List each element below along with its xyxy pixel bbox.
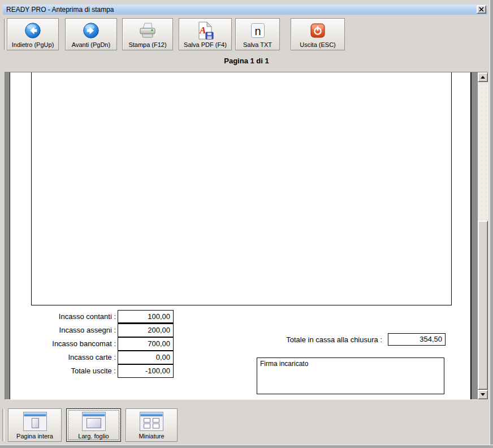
full-page-button-label: Pagina intera bbox=[16, 433, 53, 440]
print-button[interactable]: Stampa (F12) bbox=[122, 18, 173, 50]
triangle-down-icon bbox=[481, 393, 485, 396]
power-icon bbox=[310, 20, 326, 41]
back-button[interactable]: Indietro (PgUp) bbox=[7, 18, 59, 50]
toolbar-gripper bbox=[4, 19, 6, 50]
vertical-scrollbar bbox=[478, 72, 488, 399]
forward-button-label: Avanti (PgDn) bbox=[72, 41, 110, 48]
save-txt-button-label: Salva TXT bbox=[243, 41, 272, 48]
window-full-page-icon bbox=[23, 410, 47, 433]
field-label: Incasso carte : bbox=[10, 353, 116, 361]
close-button[interactable] bbox=[477, 5, 486, 14]
titlebar: READY PRO - Anteprima di stampa bbox=[3, 5, 487, 15]
window-frame-right bbox=[490, 0, 493, 448]
field-value: 700,00 bbox=[118, 337, 174, 351]
svg-text:A: A bbox=[199, 25, 206, 36]
close-icon bbox=[479, 5, 484, 14]
thumbnails-button[interactable]: Miniature bbox=[126, 408, 178, 442]
preview-viewport: Incasso contanti : 100,00 Incasso assegn… bbox=[5, 72, 488, 400]
notepad-icon: n bbox=[249, 20, 266, 41]
svg-text:n: n bbox=[254, 25, 261, 37]
closing-total-value: 354,50 bbox=[388, 333, 446, 346]
field-value: 0,00 bbox=[118, 351, 174, 364]
field-value: -100,00 bbox=[118, 364, 174, 378]
closing-total-label: Totale in cassa alla chiusura : bbox=[225, 335, 382, 344]
full-page-button[interactable]: Pagina intera bbox=[8, 408, 62, 442]
window-frame-bottom bbox=[0, 445, 493, 448]
back-button-label: Indietro (PgUp) bbox=[12, 41, 54, 48]
scroll-up-button[interactable] bbox=[478, 72, 488, 82]
print-button-label: Stampa (F12) bbox=[128, 41, 166, 48]
printer-icon bbox=[137, 20, 158, 41]
triangle-up-icon bbox=[481, 76, 485, 79]
scrollbar-thumb[interactable] bbox=[478, 221, 488, 390]
save-pdf-button[interactable]: A Salva PDF (F4) bbox=[179, 18, 232, 50]
field-value: 200,00 bbox=[118, 324, 174, 337]
field-label: Incasso bancomat : bbox=[10, 339, 116, 348]
page-indicator: Pagina 1 di 1 bbox=[0, 57, 493, 65]
window-title: READY PRO - Anteprima di stampa bbox=[6, 6, 114, 14]
preview-page: Incasso contanti : 100,00 Incasso assegn… bbox=[10, 72, 472, 399]
field-label: Incasso assegni : bbox=[10, 326, 116, 334]
print-preview-window: READY PRO - Anteprima di stampa Indietro… bbox=[0, 0, 493, 448]
window-page-width-icon bbox=[82, 410, 106, 433]
save-pdf-button-label: Salva PDF (F4) bbox=[184, 41, 227, 48]
save-txt-button[interactable]: n Salva TXT bbox=[235, 18, 280, 50]
thumbnails-button-label: Miniature bbox=[139, 433, 164, 440]
pdf-file-icon: A bbox=[197, 20, 214, 41]
exit-button[interactable]: Uscita (ESC) bbox=[291, 18, 345, 50]
forward-button[interactable]: Avanti (PgDn) bbox=[65, 18, 117, 50]
exit-button-label: Uscita (ESC) bbox=[300, 41, 336, 48]
field-label: Incasso contanti : bbox=[10, 312, 116, 321]
signature-box: Firma incaricato bbox=[257, 357, 444, 394]
arrow-left-circle-icon bbox=[24, 20, 41, 41]
signature-box-label: Firma incaricato bbox=[260, 360, 308, 368]
scroll-down-button[interactable] bbox=[478, 390, 488, 399]
report-body-box bbox=[31, 72, 452, 305]
zoom-toolbar-gripper bbox=[2, 409, 5, 441]
field-value: 100,00 bbox=[118, 310, 174, 324]
window-thumbnails-icon bbox=[140, 410, 163, 433]
page-width-button-label: Larg. foglio bbox=[78, 433, 109, 440]
page-width-button[interactable]: Larg. foglio bbox=[66, 408, 121, 442]
field-label: Totale uscite : bbox=[10, 367, 116, 375]
arrow-right-circle-icon bbox=[83, 20, 100, 41]
